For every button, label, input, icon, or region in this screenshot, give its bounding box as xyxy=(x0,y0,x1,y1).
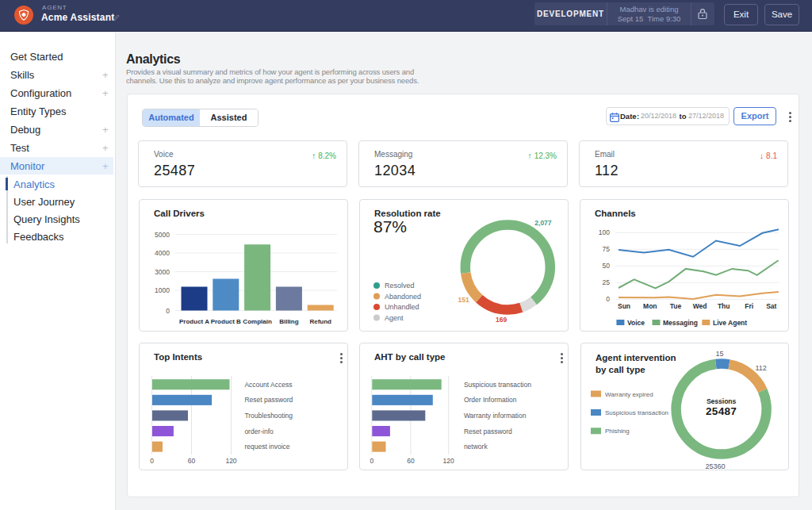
svg-text:Phishing: Phishing xyxy=(605,428,630,435)
svg-text:Order Information: Order Information xyxy=(464,396,517,404)
svg-text:Unhandled: Unhandled xyxy=(385,303,419,311)
svg-text:Reset password: Reset password xyxy=(464,428,512,435)
svg-text:15: 15 xyxy=(715,350,723,358)
svg-text:Warranty information: Warranty information xyxy=(464,412,527,420)
svg-text:Wed: Wed xyxy=(693,302,707,310)
svg-text:0: 0 xyxy=(150,457,154,465)
svg-text:network: network xyxy=(464,443,488,451)
svg-text:Agent: Agent xyxy=(385,314,404,322)
svg-text:Thu: Thu xyxy=(718,302,730,310)
svg-text:request invoice: request invoice xyxy=(244,443,289,451)
svg-text:112: 112 xyxy=(755,364,766,372)
svg-text:4000: 4000 xyxy=(155,249,170,257)
svg-text:60: 60 xyxy=(188,457,196,465)
svg-text:50: 50 xyxy=(603,262,611,270)
svg-text:100: 100 xyxy=(599,228,610,236)
svg-text:Complain: Complain xyxy=(243,318,272,325)
svg-text:Sessions: Sessions xyxy=(707,397,737,405)
svg-text:25: 25 xyxy=(603,278,611,286)
svg-text:Abandoned: Abandoned xyxy=(385,293,421,301)
svg-text:0: 0 xyxy=(370,457,373,465)
svg-text:Reset password: Reset password xyxy=(244,396,293,404)
svg-text:Fri: Fri xyxy=(745,302,753,310)
svg-text:Suspicious transaction: Suspicious transaction xyxy=(605,409,668,416)
svg-text:120: 120 xyxy=(443,457,454,465)
svg-text:Mon: Mon xyxy=(643,302,657,310)
svg-text:Sat: Sat xyxy=(766,302,776,310)
svg-text:order-info: order-info xyxy=(244,428,274,435)
svg-text:120: 120 xyxy=(225,457,236,465)
svg-text:Resolved: Resolved xyxy=(385,282,415,290)
svg-text:Live Agent: Live Agent xyxy=(713,319,747,327)
svg-text:Product A: Product A xyxy=(179,318,209,325)
svg-text:0: 0 xyxy=(606,295,610,303)
svg-text:Billing: Billing xyxy=(279,318,299,325)
svg-text:Suspicious transaction: Suspicious transaction xyxy=(464,381,531,389)
svg-text:Messaging: Messaging xyxy=(663,319,698,327)
svg-text:151: 151 xyxy=(458,296,469,304)
svg-text:75: 75 xyxy=(603,245,611,253)
svg-text:Sun: Sun xyxy=(618,302,630,310)
svg-text:Account Access: Account Access xyxy=(244,381,292,389)
svg-text:0: 0 xyxy=(166,307,170,315)
svg-text:25360: 25360 xyxy=(705,462,725,470)
svg-text:60: 60 xyxy=(407,457,415,465)
svg-text:Tue: Tue xyxy=(670,302,682,310)
svg-text:5000: 5000 xyxy=(155,231,170,239)
svg-text:Voice: Voice xyxy=(627,319,645,327)
svg-text:1000: 1000 xyxy=(155,286,170,294)
svg-text:Troubleshooting: Troubleshooting xyxy=(244,412,293,420)
svg-text:Product B: Product B xyxy=(211,318,241,325)
svg-text:169: 169 xyxy=(496,316,507,324)
svg-text:3000: 3000 xyxy=(155,268,170,276)
svg-text:Refund: Refund xyxy=(309,318,331,325)
svg-text:25487: 25487 xyxy=(706,405,737,417)
svg-text:2,077: 2,077 xyxy=(534,219,552,227)
svg-text:Warranty expired: Warranty expired xyxy=(605,391,653,398)
